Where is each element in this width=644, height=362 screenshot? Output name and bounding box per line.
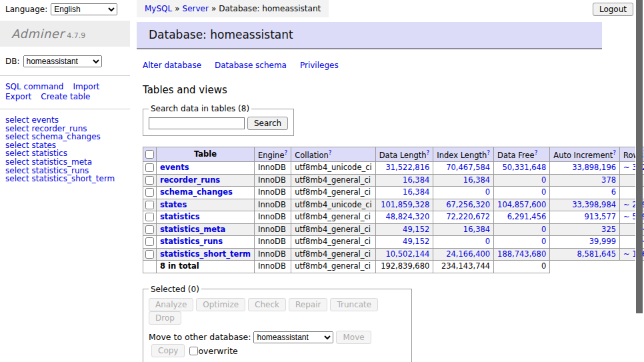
select-all-checkbox[interactable] xyxy=(145,150,154,159)
analyze-button[interactable]: Analyze xyxy=(149,298,193,311)
auto_increment-value-link[interactable]: 39,999 xyxy=(589,237,616,246)
table-name-link[interactable]: recorder_runs xyxy=(160,175,220,185)
data_length-value-link[interactable]: 101,859,328 xyxy=(381,200,429,209)
table-name-link[interactable]: states xyxy=(160,200,187,209)
sidebar-item-statistics-short-term[interactable]: select statistics_short_term xyxy=(5,175,125,183)
export-link[interactable]: Export xyxy=(5,92,31,101)
breadcrumb-server-link[interactable]: Server xyxy=(183,4,209,13)
auto_increment-value-link[interactable]: 33,898,196 xyxy=(572,163,616,172)
table-name-link[interactable]: schema_changes xyxy=(160,187,233,197)
move-db-select[interactable]: homeassistant xyxy=(253,331,333,343)
data_length-value-link[interactable]: 16,384 xyxy=(403,187,429,197)
auto_increment-value-link[interactable]: 8,581,645 xyxy=(577,249,617,259)
row-checkbox[interactable] xyxy=(145,201,154,209)
topbar: MySQL»Server»Database: homeassistant xyxy=(137,0,644,17)
create-table-link-sidebar[interactable]: Create table xyxy=(41,92,90,101)
row-checkbox[interactable] xyxy=(145,250,154,259)
sidebar-item-events[interactable]: select events xyxy=(5,116,125,125)
cell-auto-increment: 378 xyxy=(550,174,620,187)
search-input[interactable] xyxy=(149,117,245,129)
table-name-link[interactable]: statistics_short_term xyxy=(160,249,251,259)
table-name-link[interactable]: statistics_meta xyxy=(160,225,225,234)
data_free-value-link[interactable]: 6,291,456 xyxy=(507,212,547,221)
move-button[interactable]: Move xyxy=(336,331,371,344)
row-checkbox-cell xyxy=(143,187,157,199)
column-help-icon[interactable]: ? xyxy=(427,149,430,156)
data_free-value-link[interactable]: 104,857,600 xyxy=(497,200,546,209)
data_free-value-link[interactable]: 0 xyxy=(541,175,546,185)
column-help-icon[interactable]: ? xyxy=(613,149,616,156)
data_free-value-link[interactable]: 188,743,680 xyxy=(497,249,546,259)
column-help-icon[interactable]: ? xyxy=(284,149,287,156)
optimize-button[interactable]: Optimize xyxy=(196,298,245,311)
table-row: statisticsInnoDButf8mb4_general_ci48,824… xyxy=(143,211,644,224)
scrollbar-thumb[interactable] xyxy=(636,0,643,313)
index_length-value-link[interactable]: 67,256,320 xyxy=(446,200,490,209)
table-name-link[interactable]: statistics xyxy=(160,212,200,221)
data_free-value-link[interactable]: 0 xyxy=(541,237,546,246)
data_free-value-link[interactable]: 50,331,648 xyxy=(502,163,546,172)
table-name-cell: statistics_runs xyxy=(157,236,255,249)
row-checkbox[interactable] xyxy=(145,225,154,234)
index_length-value-link[interactable]: 72,220,672 xyxy=(446,212,490,221)
check-button[interactable]: Check xyxy=(248,298,286,311)
repair-button[interactable]: Repair xyxy=(289,298,327,311)
index_length-value-link[interactable]: 24,166,400 xyxy=(446,249,490,259)
data_length-value-link[interactable]: 10,502,144 xyxy=(385,249,429,259)
index_length-value-link[interactable]: 16,384 xyxy=(463,175,490,185)
drop-button[interactable]: Drop xyxy=(149,311,181,325)
data_length-value-link[interactable]: 16,384 xyxy=(403,175,429,185)
index_length-value-link[interactable]: 70,467,584 xyxy=(446,163,490,172)
privileges-link[interactable]: Privileges xyxy=(300,61,339,70)
auto_increment-value-link[interactable]: 913,577 xyxy=(584,212,616,221)
data_length-value-link[interactable]: 31,522,816 xyxy=(385,163,429,172)
data_length-value-link[interactable]: 49,152 xyxy=(403,225,429,234)
row-checkbox[interactable] xyxy=(145,213,154,221)
auto_increment-value-link[interactable]: 378 xyxy=(601,175,616,185)
cell-data-length: 49,152 xyxy=(375,236,433,249)
column-help-icon[interactable]: ? xyxy=(487,149,490,156)
total-checkbox-cell xyxy=(143,261,157,273)
index_length-value-link[interactable]: 0 xyxy=(485,237,490,246)
data_free-value-link[interactable]: 0 xyxy=(541,225,546,234)
column-help-icon[interactable]: ? xyxy=(535,149,538,156)
database-schema-link[interactable]: Database schema xyxy=(215,61,287,70)
data_length-value-link[interactable]: 48,824,320 xyxy=(385,212,429,221)
scrollbar-track[interactable] xyxy=(635,0,643,362)
row-checkbox[interactable] xyxy=(145,237,154,246)
table-name-link[interactable]: statistics_runs xyxy=(160,237,223,246)
data_length-value-link[interactable]: 49,152 xyxy=(403,237,429,246)
table-row: eventsInnoDButf8mb4_unicode_ci31,522,816… xyxy=(143,162,644,175)
db-nav-links: Alter databaseDatabase schemaPrivileges xyxy=(143,61,644,70)
cell-auto-increment: 39,999 xyxy=(550,236,620,249)
breadcrumb-mysql-link[interactable]: MySQL xyxy=(145,4,172,13)
table-name-link[interactable]: events xyxy=(160,163,189,172)
row-checkbox[interactable] xyxy=(145,176,154,185)
cell-data-free: 0 xyxy=(494,187,550,199)
logout-button[interactable]: Logout xyxy=(593,3,633,16)
row-checkbox[interactable] xyxy=(145,163,154,172)
db-select[interactable]: homeassistant xyxy=(23,55,102,67)
sql-command-link[interactable]: SQL command xyxy=(5,82,63,91)
table-name-cell: events xyxy=(157,162,255,175)
adminer-version: 4.7.9 xyxy=(67,31,85,40)
column-help-icon[interactable]: ? xyxy=(329,149,332,156)
import-link[interactable]: Import xyxy=(73,82,99,91)
row-checkbox[interactable] xyxy=(145,188,154,197)
auto_increment-value-link[interactable]: 33,398,984 xyxy=(572,200,616,209)
index_length-value-link[interactable]: 0 xyxy=(485,187,490,197)
sidebar-item-statistics-meta[interactable]: select statistics_meta xyxy=(5,158,125,167)
copy-button[interactable]: Copy xyxy=(151,344,185,357)
index_length-value-link[interactable]: 16,384 xyxy=(463,225,490,234)
data_free-value-link[interactable]: 0 xyxy=(541,187,546,197)
auto_increment-value-link[interactable]: 6 xyxy=(611,187,616,197)
auto_increment-value-link[interactable]: 325 xyxy=(601,225,616,234)
sidebar-item-schema-changes[interactable]: select schema_changes xyxy=(5,133,125,141)
alter-database-link[interactable]: Alter database xyxy=(143,61,201,70)
language-select[interactable]: English xyxy=(51,3,117,15)
truncate-button[interactable]: Truncate xyxy=(330,298,378,311)
overwrite-checkbox[interactable] xyxy=(189,347,198,355)
search-button[interactable]: Search xyxy=(247,117,288,130)
column-header-label: Data Free xyxy=(497,151,535,160)
row-checkbox-cell xyxy=(143,199,157,211)
